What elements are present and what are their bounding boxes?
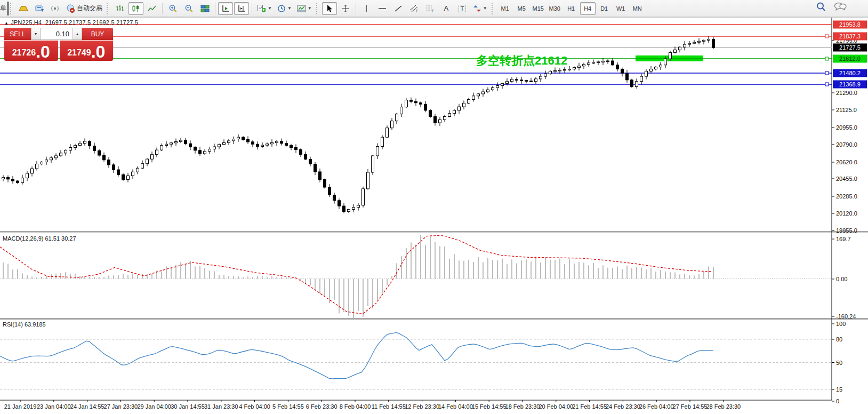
zoom-in-icon [168,4,178,13]
chart-canvas[interactable]: MACD(12,26,9) 61.51 30.27RSI(14) 63.9185… [0,0,868,414]
volume-decrease-button[interactable]: ▼ [31,28,41,40]
candle-body [208,149,211,151]
fibonacci-tool[interactable]: F [423,2,438,15]
candle-body [559,70,561,71]
volume-increase-button[interactable]: ▲ [73,28,82,40]
sell-price-frac: .0 [36,44,50,60]
price-badge-label: 21368.9 [839,81,861,87]
price-tick-label: 19955.0 [836,227,857,234]
candle-body [679,47,681,50]
candle-body [616,65,619,69]
tile-windows-icon[interactable] [197,2,212,15]
candle-body [660,65,662,67]
candle-body [223,142,226,144]
timeframe-w1[interactable]: W1 [613,2,629,15]
candle-body [60,153,62,156]
line-handle[interactable] [825,35,829,38]
template-button[interactable]: ▼ [295,2,314,15]
buy-price[interactable]: 21749.0 [60,41,114,61]
clock-icon [277,4,286,13]
timeframe-m5[interactable]: M5 [514,2,529,15]
zoom-out-icon[interactable] [181,2,196,15]
zoom-in-icon[interactable] [165,2,180,15]
candle-body [544,74,547,76]
history-upload-icon[interactable] [32,2,47,15]
gold-ingot-icon[interactable] [16,2,31,15]
candle-body [348,210,350,212]
candle-body [26,173,29,178]
label-tool[interactable]: T [455,2,470,15]
crosshair-tool[interactable] [338,2,353,15]
sell-price[interactable]: 21726.0 [4,41,58,61]
cursor-tool[interactable] [322,2,337,15]
autotrading-button[interactable]: 自动交易 [64,2,105,15]
sell-button[interactable]: SELL [4,28,31,40]
line-handle[interactable] [825,83,829,86]
time-tick-label: 24 Feb 23:30 [606,403,640,410]
time-tick-label: 30 Jan 14:55 [171,403,205,410]
timeframe-m30[interactable]: M30 [547,2,562,15]
candle-body [684,44,686,47]
volume-input[interactable] [41,28,73,40]
equidistant-channel-tool[interactable]: E [407,2,422,15]
timeframe-mn[interactable]: MN [630,2,645,15]
chat-icon[interactable] [834,2,847,12]
chart-shift-icon[interactable] [218,2,233,15]
bar-chart-icon[interactable] [112,2,127,15]
rsi-tick-label: 0 [836,398,839,404]
candle-body [487,90,489,92]
search-icon[interactable] [816,2,826,12]
signal-icon[interactable] [48,2,63,15]
candle-body [501,84,504,86]
candle-body [357,205,360,208]
candle-body [525,81,528,82]
add-indicator-button[interactable]: ▼ [255,2,274,15]
text-tool[interactable]: A [439,2,454,15]
price-badge-label: 21837.3 [839,33,861,39]
timeframe-group: M1M5M15M30H1H4D1W1MN [497,2,646,15]
vertical-line-icon [363,4,369,13]
vertical-line-tool[interactable] [359,2,374,15]
candle-body [276,141,278,142]
trendline-tool[interactable] [391,2,406,15]
toolbar-separator [252,3,252,14]
toolbar-grip [492,3,495,14]
timeframe-d1[interactable]: D1 [597,2,612,15]
trendline-icon [394,4,403,13]
buy-button[interactable]: BUY [82,28,113,40]
line-chart-icon[interactable] [144,2,159,15]
candle-body [151,155,154,160]
auto-scroll-icon[interactable] [234,2,249,15]
chevron-down-icon: ▼ [268,6,272,11]
timeframe-h1[interactable]: H1 [564,2,579,15]
candle-body [712,39,715,47]
candle-body [55,156,58,158]
candle-body [530,81,533,82]
new-order-button[interactable]: 单 [0,2,9,15]
candle-body [640,76,643,82]
pivot-annotation[interactable]: 多空转折点21612 [476,53,567,69]
candle-body [386,128,389,137]
time-tick-label: 12 Feb 23:30 [405,403,439,410]
line-handle[interactable] [825,71,829,75]
timeframe-m15[interactable]: M15 [531,2,546,15]
periods-clock-button[interactable]: ▼ [275,2,294,15]
arrows-tool[interactable]: ▼ [471,2,489,15]
candle-body [693,42,696,43]
timeframe-m1[interactable]: M1 [497,2,513,15]
candle-body [439,120,441,123]
candlestick-chart-icon[interactable] [128,2,143,15]
candle-body [309,159,312,164]
template-icon [297,5,306,12]
timeframe-h4[interactable]: H4 [580,2,596,15]
candle-body [156,150,158,155]
horizontal-line-tool[interactable] [375,2,390,15]
line-handle[interactable] [825,57,829,60]
candle-body [2,178,5,179]
rsi-tick-label: 80 [836,336,842,343]
price-badge-label: 21480.2 [839,70,861,76]
candle-body [612,61,614,65]
line-chart-icon [148,4,156,13]
candle-body [132,172,134,176]
candle-body [21,178,24,183]
